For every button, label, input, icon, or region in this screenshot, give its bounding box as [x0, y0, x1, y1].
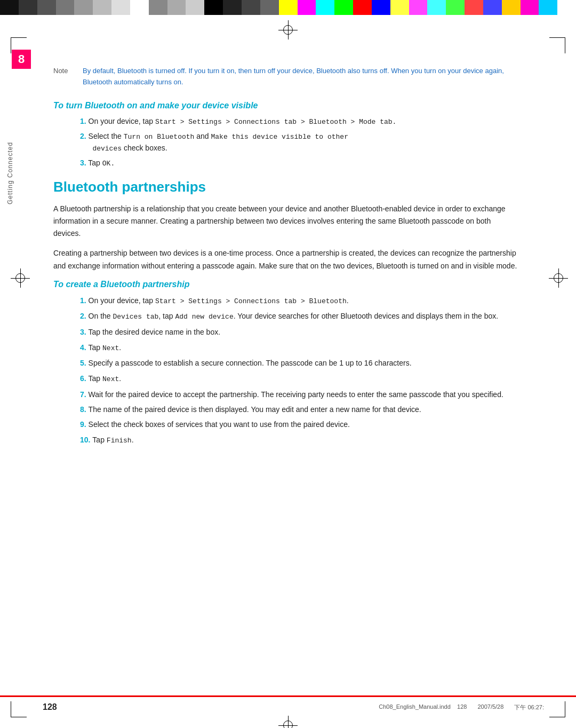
para2: Creating a partnership between two devic…: [53, 247, 517, 272]
step-2-5: 5. Specify a passcode to establish a sec…: [80, 357, 517, 369]
note-label: Note: [53, 66, 83, 88]
step-2-8: 8. The name of the paired device is then…: [80, 403, 517, 415]
step-2-9: 9. Select the check boxes of services th…: [80, 418, 517, 430]
section1-heading: To turn Bluetooth on and make your devic…: [53, 101, 517, 110]
registration-mark-top: [278, 20, 298, 39]
main-content: Note By default, Bluetooth is turned off…: [43, 44, 549, 685]
footer-date: 2007/5/28: [477, 703, 503, 711]
section2-steps: 1. On your device, tap Start > Settings …: [64, 295, 517, 447]
registration-mark-left: [11, 268, 30, 288]
footer-filename: Ch08_English_Manual.indd 128: [379, 703, 467, 711]
step-2-2: 2. On the Devices tab, tap Add new devic…: [80, 310, 517, 323]
left-sidebar: 8 Getting Connected: [0, 44, 43, 685]
right-sidebar: [549, 44, 576, 685]
note-section: Note By default, Bluetooth is turned off…: [53, 66, 517, 88]
step-2-4: 4. Tap Next.: [80, 342, 517, 354]
step-1-2: 2. Select the Turn on Bluetooth and Make…: [80, 131, 517, 154]
crop-mark-bl: [11, 701, 27, 717]
step-2-7: 7. Wait for the paired device to accept …: [80, 389, 517, 400]
note-text: By default, Bluetooth is turned off. If …: [83, 66, 517, 88]
footer: 128 Ch08_English_Manual.indd 128 2007/5/…: [0, 695, 576, 712]
section2-heading: To create a Bluetooth partnership: [53, 280, 517, 289]
crop-mark-br: [549, 701, 565, 717]
registration-mark-bottom: [278, 716, 298, 728]
step-1-1: 1. On your device, tap Start > Settings …: [80, 116, 517, 128]
step-1-3: 3. Tap OK.: [80, 157, 517, 169]
para1: A Bluetooth partnership is a relationshi…: [53, 203, 517, 240]
color-bar: [0, 0, 576, 15]
chapter-number: 8: [12, 50, 31, 69]
step-2-6: 6. Tap Next.: [80, 373, 517, 385]
page-container: 8 Getting Connected Note By default, Blu…: [0, 44, 576, 685]
page-number-bottom: 128: [43, 702, 57, 712]
step-2-3: 3. Tap the desired device name in the bo…: [80, 326, 517, 338]
footer-time: 下午 06:27:: [514, 703, 544, 711]
section1-steps: 1. On your device, tap Start > Settings …: [64, 116, 517, 170]
chapter-label-rotated: Getting Connected: [5, 98, 14, 204]
big-heading: Bluetooth partnerships: [53, 179, 517, 195]
step-2-10: 10. Tap Finish.: [80, 434, 517, 447]
footer-info: Ch08_English_Manual.indd 128 2007/5/28 下…: [379, 703, 544, 711]
step-2-1: 1. On your device, tap Start > Settings …: [80, 295, 517, 307]
registration-mark-right: [549, 268, 568, 288]
